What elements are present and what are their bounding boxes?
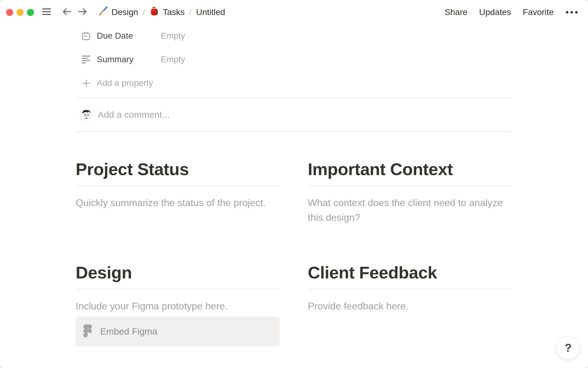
breadcrumb-separator: /: [189, 8, 192, 17]
section-body[interactable]: Quickly summarize the status of the proj…: [76, 195, 280, 210]
backpack-icon: [149, 6, 159, 18]
embed-figma-label: Embed Figma: [100, 326, 157, 337]
property-row-due-date[interactable]: Due Date Empty: [76, 26, 511, 46]
paintbrush-icon: [98, 6, 107, 18]
share-button[interactable]: Share: [445, 7, 468, 17]
property-value[interactable]: Empty: [161, 31, 185, 41]
breadcrumb-item-tasks[interactable]: Tasks: [149, 6, 185, 18]
favorite-button[interactable]: Favorite: [523, 7, 554, 17]
history-navigation: [62, 8, 87, 17]
more-options-icon: [566, 11, 568, 13]
breadcrumb-item-untitled[interactable]: Untitled: [196, 7, 225, 17]
property-list: Due Date Empty Summary Empty: [76, 26, 511, 69]
arrow-right-icon: [78, 8, 87, 17]
arrow-left-icon: [62, 8, 72, 17]
section-divider: [308, 186, 511, 186]
embed-figma-button[interactable]: Embed Figma: [76, 316, 280, 347]
property-label: Summary: [97, 55, 161, 64]
help-button[interactable]: ?: [556, 336, 580, 360]
divider: [76, 131, 511, 132]
add-property-label: Add a property: [97, 78, 153, 88]
section-body[interactable]: Include your Figma prototype here.: [76, 299, 280, 313]
back-button[interactable]: [62, 8, 72, 17]
user-avatar: [80, 108, 92, 121]
comment-input[interactable]: Add a comment...: [98, 109, 170, 120]
updates-button[interactable]: Updates: [479, 7, 511, 17]
breadcrumb-label: Untitled: [196, 7, 225, 17]
hamburger-icon: [41, 8, 52, 17]
comment-row: Add a comment...: [76, 98, 511, 131]
close-button[interactable]: [6, 9, 13, 16]
sections-grid: Project Status Quickly summarize the sta…: [76, 159, 511, 347]
text-lines-icon: [81, 55, 91, 64]
section-body[interactable]: What context does the client need to ana…: [308, 195, 511, 225]
property-row-summary[interactable]: Summary Empty: [76, 50, 511, 69]
breadcrumb-label: Design: [111, 7, 138, 17]
property-label: Due Date: [97, 31, 161, 41]
section-title[interactable]: Design: [76, 263, 280, 283]
section-important-context: Important Context What context does the …: [308, 159, 511, 225]
calendar-icon: [81, 31, 91, 41]
zoom-button[interactable]: [27, 9, 34, 16]
section-body[interactable]: Provide feedback here.: [308, 299, 511, 313]
question-mark-icon: ?: [565, 342, 572, 355]
topbar: Design / Tasks / Untitled: [0, 0, 588, 25]
sidebar-menu-button[interactable]: [41, 8, 52, 17]
property-value[interactable]: Empty: [161, 55, 185, 64]
add-property-button[interactable]: Add a property: [76, 73, 511, 93]
window-controls: [6, 9, 34, 16]
breadcrumb: Design / Tasks / Untitled: [98, 6, 225, 18]
section-divider: [76, 289, 280, 289]
section-project-status: Project Status Quickly summarize the sta…: [76, 159, 280, 225]
figma-icon: [83, 324, 92, 339]
section-title[interactable]: Project Status: [76, 159, 280, 179]
more-options-button[interactable]: [565, 10, 578, 15]
minimize-button[interactable]: [17, 9, 24, 16]
topbar-actions: Share Updates Favorite: [445, 7, 578, 17]
plus-icon: [81, 79, 91, 87]
section-design: Design Include your Figma prototype here…: [76, 263, 280, 347]
section-divider: [76, 186, 280, 186]
section-divider: [308, 289, 511, 289]
page-content: Due Date Empty Summary Empty: [0, 26, 511, 347]
forward-button[interactable]: [78, 8, 87, 17]
section-title[interactable]: Important Context: [308, 159, 511, 179]
breadcrumb-separator: /: [142, 8, 145, 17]
section-client-feedback: Client Feedback Provide feedback here.: [308, 263, 511, 347]
section-title[interactable]: Client Feedback: [308, 263, 511, 283]
breadcrumb-label: Tasks: [163, 7, 185, 17]
breadcrumb-item-design[interactable]: Design: [98, 6, 138, 18]
app-window: Design / Tasks / Untitled: [0, 0, 588, 368]
